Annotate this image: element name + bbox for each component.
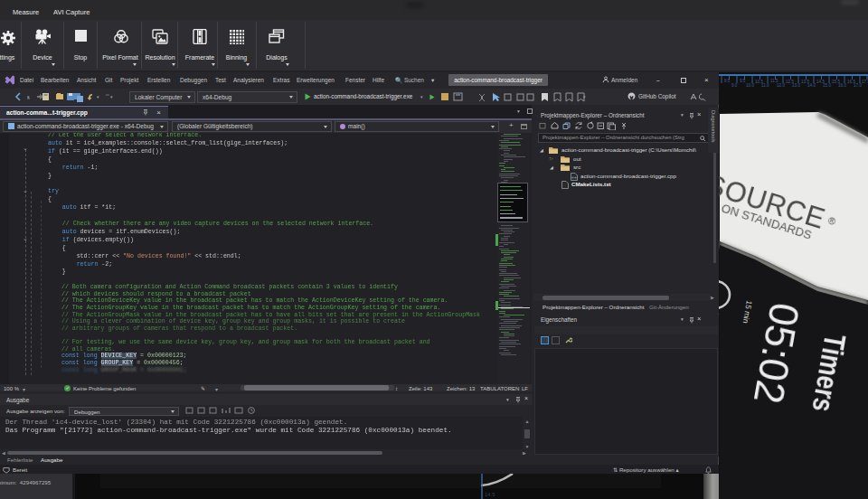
svg-text:14.5: 14.5 [485, 492, 495, 497]
svg-text:14.0: 14.0 [807, 83, 816, 88]
svg-text:8.5: 8.5 [724, 79, 731, 83]
svg-text:12.0: 12.0 [777, 83, 785, 88]
svg-text:17.0: 17.0 [854, 83, 862, 88]
svg-text:9.0: 9.0 [731, 83, 738, 88]
svg-text:9.5: 9.5 [740, 79, 746, 83]
svg-text:13.0: 13.0 [792, 83, 800, 88]
svg-text:17.5: 17.5 [862, 80, 868, 84]
svg-text:16.0: 16.0 [838, 83, 846, 88]
svg-text:10.0: 10.0 [746, 83, 754, 88]
svg-text:++: ++ [571, 174, 577, 180]
svg-text:11.0: 11.0 [761, 83, 769, 88]
svg-text:15.0: 15.0 [823, 83, 831, 88]
